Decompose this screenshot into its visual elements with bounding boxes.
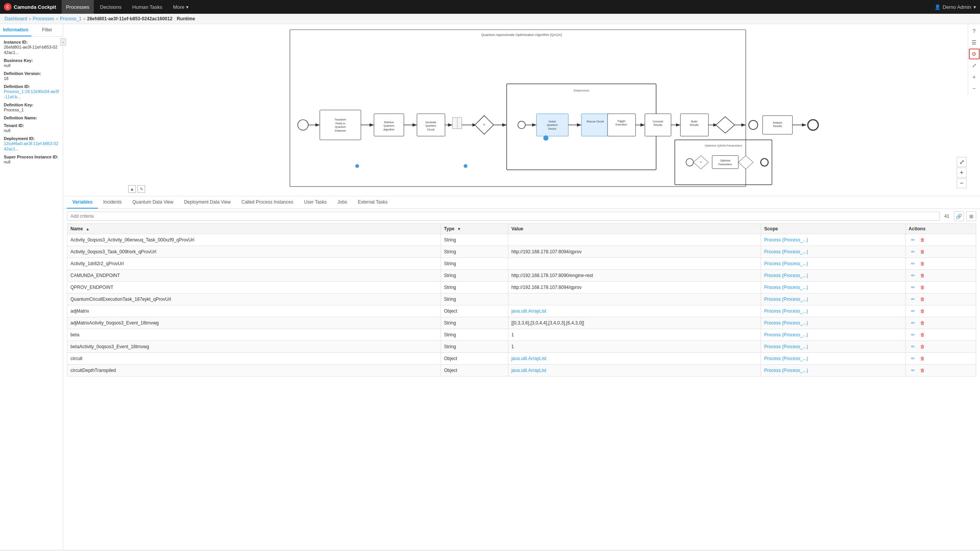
- col-scope[interactable]: Scope: [761, 224, 905, 234]
- delete-variable-button[interactable]: 🗑: [919, 295, 926, 303]
- scope-link[interactable]: Process (Process_...): [764, 285, 808, 290]
- delete-variable-button[interactable]: 🗑: [919, 355, 926, 362]
- svg-point-3: [298, 120, 308, 130]
- sidebar-tab-information[interactable]: Information: [0, 24, 31, 36]
- svg-point-29: [518, 121, 526, 129]
- settings-icon[interactable]: ⚙: [969, 49, 980, 59]
- tab-called-process-instances[interactable]: Called Process Instances: [236, 196, 299, 209]
- collapse-up-button[interactable]: ▲: [128, 185, 136, 193]
- nav-processes[interactable]: Processes: [62, 0, 94, 14]
- breadcrumb-process1[interactable]: Process_1: [60, 16, 82, 21]
- scope-link[interactable]: Process (Process_...): [764, 249, 808, 254]
- edit-variable-button[interactable]: ✏: [909, 367, 917, 374]
- tab-user-tasks[interactable]: User Tasks: [299, 196, 332, 209]
- fit-to-screen-button[interactable]: ⤢: [957, 157, 967, 167]
- info-deployment-id-value[interactable]: 12cd46a0-ae3f-11ef-b853-0242ac1...: [4, 141, 59, 151]
- cell-actions: ✏ 🗑: [905, 329, 976, 341]
- cell-type: Object: [441, 365, 508, 377]
- zoom-in-button[interactable]: +: [957, 168, 967, 178]
- edit-variable-button[interactable]: ✏: [909, 343, 917, 350]
- edit-variable-button[interactable]: ✏: [909, 355, 917, 362]
- nav-human-tasks[interactable]: Human Tasks: [128, 0, 167, 14]
- cell-actions: ✏ 🗑: [905, 341, 976, 353]
- nav-decisions[interactable]: Decisions: [95, 0, 126, 14]
- scope-link[interactable]: Process (Process_...): [764, 344, 808, 349]
- table-row: Activity_0oqsos3_Task_009hsrk_qProvUrl S…: [67, 246, 976, 258]
- tab-variables[interactable]: Variables: [67, 196, 98, 209]
- edit-variable-button[interactable]: ✏: [909, 284, 917, 291]
- expand-icon[interactable]: ⤢: [969, 60, 980, 71]
- breadcrumb-processes[interactable]: Processes: [33, 16, 54, 21]
- scope-link[interactable]: Process (Process_...): [764, 261, 808, 266]
- scope-link[interactable]: Process (Process_...): [764, 320, 808, 326]
- delete-variable-button[interactable]: 🗑: [919, 284, 926, 291]
- tab-deployment-data-view[interactable]: Deployment Data View: [179, 196, 236, 209]
- svg-text:Build: Build: [691, 120, 697, 123]
- info-def-id: Definition ID: Process_1:18:12e90c04-ae3…: [4, 84, 59, 99]
- scope-link[interactable]: Process (Process_...): [764, 273, 808, 278]
- info-instance-id: Instance ID: 26efd801-ae3f-11ef-b853-024…: [4, 40, 59, 55]
- delete-variable-button[interactable]: 🗑: [919, 307, 926, 315]
- cell-value: http://192.168.178.107:8094/qprov: [508, 246, 761, 258]
- col-value[interactable]: Value: [508, 224, 761, 234]
- tab-jobs[interactable]: Jobs: [332, 196, 352, 209]
- question-circle-icon[interactable]: ?: [969, 26, 980, 36]
- value-link[interactable]: java.util.ArrayList: [511, 356, 546, 361]
- delete-variable-button[interactable]: 🗑: [919, 343, 926, 350]
- scope-link[interactable]: Process (Process_...): [764, 356, 808, 361]
- tab-external-tasks[interactable]: External Tasks: [353, 196, 393, 209]
- delete-variable-button[interactable]: 🗑: [919, 272, 926, 279]
- sidebar-tabs: Information Filter: [0, 24, 63, 37]
- user-menu[interactable]: 👤 Demo Admin ▾: [934, 4, 976, 10]
- cell-scope: Process (Process_...): [761, 258, 905, 270]
- zoom-in-icon[interactable]: +: [969, 72, 980, 82]
- scope-link[interactable]: Process (Process_...): [764, 237, 808, 243]
- scope-link[interactable]: Process (Process_...): [764, 308, 808, 314]
- delete-variable-button[interactable]: 🗑: [919, 236, 926, 244]
- edit-variable-button[interactable]: ✏: [909, 331, 917, 339]
- diagram-bottom-controls: ▲ ✎: [128, 185, 145, 193]
- col-type[interactable]: Type ▼: [441, 224, 508, 234]
- edit-variable-button[interactable]: ✏: [909, 295, 917, 303]
- svg-text:Fields to: Fields to: [335, 122, 345, 125]
- cell-actions: ✏ 🗑: [905, 365, 976, 377]
- link-icon-button[interactable]: 🔗: [954, 211, 964, 221]
- svg-text:Quantum Approximate Optimizati: Quantum Approximate Optimization Algorit…: [481, 33, 562, 37]
- export-icon-button[interactable]: ⊞: [966, 211, 976, 221]
- tab-quantum-data-view[interactable]: Quantum Data View: [127, 196, 179, 209]
- delete-variable-button[interactable]: 🗑: [919, 260, 926, 267]
- filter-input[interactable]: [67, 212, 940, 221]
- info-def-id-value[interactable]: Process_1:18:12e90c04-ae3f-11ef-b...: [4, 89, 59, 99]
- edit-variable-button[interactable]: ✏: [909, 260, 917, 267]
- delete-variable-button[interactable]: 🗑: [919, 367, 926, 374]
- bpmn-diagram[interactable]: Quantum Approximate Optimization Algorit…: [63, 24, 980, 196]
- list-icon[interactable]: ☰: [969, 37, 980, 48]
- cell-name: adjMatrix: [67, 305, 441, 317]
- edit-variable-button[interactable]: ✏: [909, 319, 917, 327]
- delete-variable-button[interactable]: 🗑: [919, 319, 926, 327]
- zoom-out-button[interactable]: −: [957, 178, 967, 188]
- edit-variable-button[interactable]: ✏: [909, 307, 917, 315]
- delete-variable-button[interactable]: 🗑: [919, 248, 926, 256]
- value-link[interactable]: java.util.ArrayList: [511, 368, 546, 373]
- svg-point-63: [761, 158, 768, 166]
- edit-variable-button[interactable]: ✏: [909, 272, 917, 279]
- svg-point-65: [749, 121, 758, 129]
- chevron-down-icon: ▾: [186, 4, 189, 10]
- tab-incidents[interactable]: Incidents: [98, 196, 127, 209]
- zoom-out-icon[interactable]: −: [969, 83, 980, 94]
- sidebar-collapse-button[interactable]: ‹: [60, 38, 66, 46]
- delete-variable-button[interactable]: 🗑: [919, 331, 926, 339]
- scope-link[interactable]: Process (Process_...): [764, 297, 808, 302]
- edit-variable-button[interactable]: ✏: [909, 236, 917, 244]
- scope-link[interactable]: Process (Process_...): [764, 368, 808, 373]
- col-name[interactable]: Name ▲: [67, 224, 441, 234]
- nav-more[interactable]: More ▾: [168, 0, 193, 14]
- svg-text:Instances: Instances: [335, 129, 346, 132]
- value-link[interactable]: java.util.ArrayList: [511, 308, 546, 314]
- edit-button[interactable]: ✎: [137, 185, 145, 193]
- sidebar-tab-filter[interactable]: Filter: [31, 24, 63, 36]
- breadcrumb-dashboard[interactable]: Dashboard: [5, 16, 27, 21]
- scope-link[interactable]: Process (Process_...): [764, 332, 808, 337]
- edit-variable-button[interactable]: ✏: [909, 248, 917, 256]
